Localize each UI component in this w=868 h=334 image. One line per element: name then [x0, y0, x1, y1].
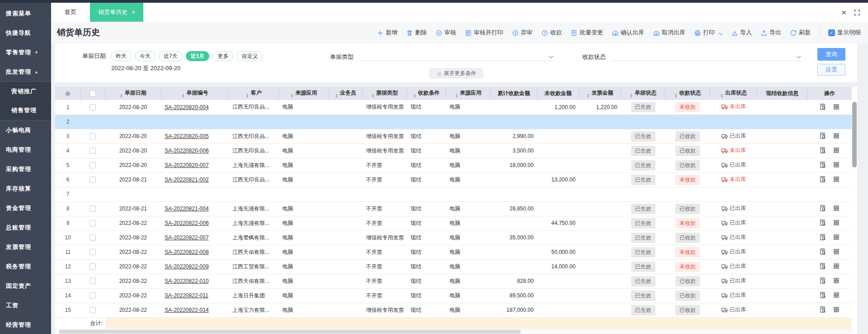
doc-number-link[interactable]: SA-20220820-007 — [165, 162, 208, 168]
sort-icon[interactable]: ▲▼ — [455, 93, 458, 98]
preview-icon[interactable] — [819, 132, 826, 139]
table-row[interactable]: 82022-08-21SA-20220821-004上海先浦有限...电脑不开票… — [55, 201, 852, 216]
table-row[interactable]: 142022-08-22SA-20220822-011上海日升集团电脑不开票现结… — [55, 288, 852, 303]
sort-icon[interactable]: ▲▼ — [246, 93, 249, 98]
date-pill-近7天[interactable]: 近7天 — [159, 51, 183, 61]
table-row[interactable]: 62022-08-21SA-20220821-002江西无印良品...电脑不开票… — [55, 172, 852, 187]
grid-actions-icon[interactable] — [833, 234, 840, 240]
toolbar-button-审核并打印[interactable]: 审核并打印 — [465, 29, 503, 37]
sidebar-item-经营管理[interactable]: 经营管理 — [0, 315, 51, 334]
column-header-出库状态[interactable]: ▲▼出库状态 — [710, 87, 757, 100]
table-row[interactable]: 132022-08-22SA-20220822-010江西天佑有限...电脑不开… — [55, 274, 852, 288]
preview-icon[interactable] — [819, 248, 826, 255]
column-header-未收款金额[interactable]: 未收款金额 — [537, 87, 579, 100]
grid-actions-icon[interactable] — [833, 219, 840, 226]
horizontal-scrollbar[interactable] — [55, 329, 852, 334]
column-header-单据编号[interactable]: ▲▼单据编号 — [161, 87, 229, 100]
grid-actions-icon[interactable] — [833, 205, 840, 211]
cell-check[interactable] — [80, 274, 105, 288]
doc-type-select[interactable] — [360, 51, 554, 61]
grid-actions-icon[interactable] — [833, 248, 840, 255]
sidebar-item-工资[interactable]: 工资 — [0, 296, 51, 315]
table-row[interactable]: 2 — [55, 115, 852, 129]
doc-number-link[interactable]: SA-20220822-007 — [165, 234, 208, 241]
column-header-收款状态[interactable]: ▲▼收款状态 — [665, 87, 710, 100]
cell-check[interactable] — [80, 288, 105, 303]
table-row[interactable]: 112022-08-22SA-20220822-008江西天佑有限...电脑不开… — [55, 245, 852, 259]
toolbar-button-导出[interactable]: 导出 — [760, 29, 781, 37]
cell-check[interactable] — [80, 259, 105, 274]
sidebar-item-采购管理[interactable]: 采购管理 — [0, 159, 51, 179]
grid-actions-icon[interactable] — [833, 176, 840, 182]
doc-number-link[interactable]: SA-20220822-008 — [165, 249, 208, 255]
column-header-客户[interactable]: ▲▼客户 — [229, 87, 279, 100]
cell-check[interactable] — [80, 143, 105, 158]
sidebar-item-固定资产[interactable]: 固定资产 — [0, 276, 51, 296]
preview-icon[interactable] — [819, 306, 826, 313]
toolbar-button-删除[interactable]: 删除 — [406, 29, 427, 37]
tab-sales-history[interactable]: 销货单历史 × — [90, 3, 143, 22]
horizontal-scrollbar-thumb[interactable] — [59, 330, 521, 334]
cell-check[interactable] — [80, 158, 105, 172]
table-row[interactable]: 92022-08-22SA-20220822-006上海先浦有限...电脑不开票… — [55, 216, 852, 230]
sidebar-item-库存核算[interactable]: 库存核算 — [0, 179, 51, 198]
cell-check[interactable] — [80, 201, 105, 216]
preview-icon[interactable] — [819, 219, 826, 226]
column-header-checkbox[interactable] — [80, 87, 105, 100]
grid-actions-icon[interactable] — [833, 291, 840, 298]
row-checkbox[interactable] — [90, 278, 96, 284]
date-pill-今天[interactable]: 今天 — [135, 51, 156, 61]
preview-icon[interactable] — [819, 147, 826, 153]
toolbar-button-导入[interactable]: 导入 — [731, 29, 752, 37]
vertical-scrollbar-thumb[interactable] — [852, 102, 857, 167]
cell-check[interactable] — [80, 230, 105, 245]
preview-icon[interactable] — [819, 262, 826, 269]
column-header-操作[interactable]: 操作 — [807, 87, 852, 100]
table-row[interactable]: 42022-08-20SA-20220820-006江西无印良品...电脑增值税… — [55, 143, 852, 158]
doc-number-link[interactable]: SA-20220822-009 — [165, 263, 208, 270]
preview-icon[interactable] — [819, 234, 826, 240]
sidebar-item-批发管理[interactable]: 批发管理▲ — [0, 62, 51, 81]
select-all-checkbox[interactable] — [90, 91, 96, 97]
row-checkbox[interactable] — [90, 234, 96, 241]
doc-number-link[interactable]: SA-20220822-010 — [165, 278, 208, 284]
sidebar-item-零售管理[interactable]: 零售管理▼ — [0, 43, 51, 62]
row-checkbox[interactable] — [90, 263, 96, 270]
sort-icon[interactable]: ▲▼ — [587, 93, 590, 98]
query-button[interactable]: 查询 — [817, 48, 845, 61]
row-checkbox[interactable] — [90, 205, 96, 212]
toolbar-button-审核[interactable]: 审核 — [435, 29, 456, 37]
sidebar-item-小畅电商[interactable]: 小畅电商 — [0, 120, 51, 140]
column-header-发票金额[interactable]: ▲▼发票金额 — [579, 87, 621, 100]
sort-icon[interactable]: ▲▼ — [720, 93, 723, 98]
fullscreen-icon[interactable] — [854, 9, 860, 15]
preview-icon[interactable] — [819, 205, 826, 211]
column-header-来源应用[interactable]: ▲▼来源应用 — [446, 87, 491, 100]
row-checkbox[interactable] — [90, 162, 96, 168]
toolbar-button-取消出库[interactable]: 取消出库 — [653, 29, 685, 37]
sort-icon[interactable]: ▲▼ — [675, 93, 678, 98]
cell-check[interactable] — [80, 100, 105, 115]
table-row[interactable]: 152022-08-22SA-20220822-014上海宝力有限...电脑增值… — [55, 303, 852, 317]
show-detail-toggle[interactable]: ✓显示明细 — [828, 29, 861, 37]
preview-icon[interactable] — [819, 277, 826, 284]
table-row[interactable]: 122022-08-22SA-20220822-009江西工贸有限...电脑不开… — [55, 259, 852, 274]
toolbar-button-刷新[interactable]: 刷新 — [790, 29, 811, 37]
doc-number-link[interactable]: SA-20220822-014 — [165, 307, 208, 313]
doc-number-link[interactable]: SA-20220822-006 — [165, 220, 208, 226]
column-header-现结收款信息[interactable]: 现结收款信息 — [757, 87, 807, 100]
column-header-gear[interactable] — [55, 87, 80, 100]
toolbar-button-打印[interactable]: 打印 — [694, 29, 722, 37]
toolbar-button-确认出库[interactable]: 确认出库 — [612, 29, 644, 37]
sidebar-item-总账管理[interactable]: 总账管理 — [0, 218, 51, 237]
table-row[interactable]: 52022-08-20SA-20220820-007上海先浦有限...电脑不开票… — [55, 158, 852, 172]
column-header-业务员[interactable]: ▲▼业务员 — [329, 87, 362, 100]
expand-more-button[interactable]: 展开更多条件 — [429, 68, 483, 78]
grid-actions-icon[interactable] — [833, 262, 840, 269]
cell-check[interactable] — [80, 129, 105, 143]
column-header-票据类型[interactable]: ▲▼票据类型 — [362, 87, 407, 100]
column-header-单据日期[interactable]: ▲▼单据日期 — [105, 87, 161, 100]
doc-number-link[interactable]: SA-20220821-002 — [165, 177, 208, 183]
table-row[interactable]: 12022-08-20SA-20220820-004江西无印良品...电脑增值税… — [55, 100, 852, 115]
table-row[interactable]: 7 — [55, 187, 852, 201]
